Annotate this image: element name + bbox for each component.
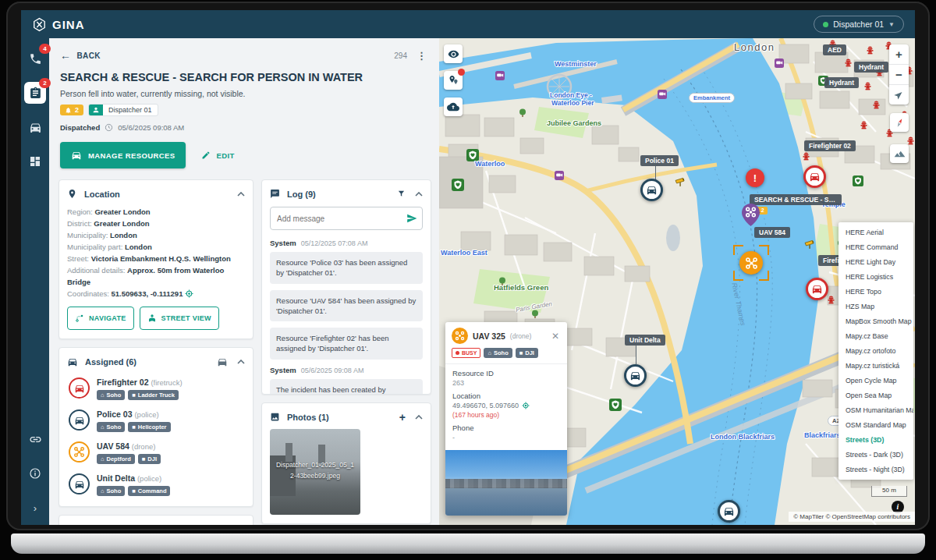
back-button[interactable]: ← BACK <box>60 49 101 62</box>
uav584-marker[interactable] <box>742 204 760 226</box>
compass-needle-icon <box>892 115 907 130</box>
incident-panel: ← BACK 294 ⋮ SEARCH & RESCUE - SEARCH FO… <box>49 38 439 525</box>
uav325-marker[interactable] <box>739 251 763 275</box>
layer-option[interactable]: HERE Logistics <box>838 270 913 285</box>
layer-option-selected[interactable]: Streets (3D) <box>838 433 913 448</box>
log-title: Log (9) <box>287 190 316 199</box>
map[interactable]: London Westminster Embankment London Eye… <box>439 38 915 525</box>
map-pill-police01[interactable]: Police 01 <box>640 155 679 166</box>
incident-description: Person fell into water, currently missin… <box>60 89 430 98</box>
layer-option[interactable]: HZS Map <box>838 299 913 314</box>
sidebar-item-dashboard[interactable] <box>24 151 46 172</box>
incident-marker[interactable]: ! <box>746 168 764 187</box>
map-label-park: Hatfields Green <box>494 283 548 292</box>
layer-option[interactable]: HERE Command <box>838 240 913 255</box>
top-bar: GINA Dispatcher 01 ▼ <box>21 10 915 38</box>
street-view-icon <box>147 314 157 323</box>
resource-row[interactable]: Police 03 (police) ⌂ Soho ■ Helicopter <box>69 409 243 432</box>
layer-option[interactable]: MapBox Smooth Map <box>838 314 913 329</box>
street-view-button[interactable]: STREET VIEW <box>140 307 219 330</box>
zoom-in-button[interactable]: + <box>889 44 909 65</box>
layer-option[interactable]: Mapy.cz Base <box>838 329 913 344</box>
layer-option[interactable]: OSM Standard Map <box>838 418 913 433</box>
collapse-icon[interactable] <box>415 192 423 197</box>
incident-map-pill[interactable]: SEARCH & RESCUE - SEARC... <box>750 194 842 205</box>
cloud-sync-icon <box>447 101 459 113</box>
sidebar-item-info[interactable] <box>24 463 46 484</box>
sidebar-item-calls[interactable]: 4 <box>24 48 46 69</box>
pencil-icon <box>201 151 211 160</box>
navigate-button[interactable]: NAVIGATE <box>67 307 134 330</box>
police-car-icon <box>629 370 641 381</box>
map-label-poi: London Eye - <box>550 91 592 99</box>
camera-marker-icon <box>658 90 667 99</box>
police01-marker[interactable] <box>640 179 663 201</box>
zoom-out-button[interactable]: − <box>889 65 909 85</box>
map-pill-firefighter02[interactable]: Firefighter 02 <box>804 140 856 151</box>
log-message: Resource 'Police 03' has been assigned b… <box>270 252 423 284</box>
resource-row[interactable]: Firefighter 02 (firetruck) ⌂ Soho ■ Ladd… <box>69 377 243 400</box>
layer-option[interactable]: Open Cycle Map <box>838 374 913 388</box>
sidebar-item-incidents[interactable]: 2 <box>24 82 46 104</box>
target-icon[interactable] <box>522 402 530 409</box>
compass-button[interactable] <box>890 113 909 132</box>
manage-resources-button[interactable]: MANAGE RESOURCES <box>60 142 186 168</box>
layer-option[interactable]: HERE Light Day <box>838 255 913 270</box>
unit-delta-marker[interactable] <box>624 364 647 387</box>
sidebar-item-resources[interactable] <box>24 116 46 138</box>
send-icon[interactable] <box>406 213 417 224</box>
busy-badge: BUSY <box>452 348 480 358</box>
layer-option[interactable]: Streets - Dark (3D) <box>838 448 913 463</box>
pin-icon <box>67 189 77 199</box>
bearing-reset-button[interactable] <box>889 85 909 105</box>
kebab-menu-icon[interactable]: ⋮ <box>413 50 430 62</box>
layer-option[interactable]: Streets - Night (3D) <box>838 463 913 477</box>
camera-marker-icon <box>495 71 505 80</box>
bell-icon <box>65 107 72 114</box>
layer-option[interactable]: OSM Humanitarian Map <box>838 403 913 418</box>
layer-option[interactable]: Mapy.cz turistická <box>838 359 913 374</box>
route-icon <box>75 314 84 323</box>
type-tag: ■ DJI <box>516 348 538 358</box>
aed-shield-icon <box>853 175 863 186</box>
collapse-icon[interactable] <box>237 360 245 364</box>
target-icon[interactable] <box>185 289 193 298</box>
popup-photo[interactable] <box>445 450 567 516</box>
police-marker[interactable] <box>718 500 740 523</box>
collapse-icon[interactable] <box>237 192 245 197</box>
layer-option[interactable]: HERE Aerial <box>838 225 913 240</box>
popup-coordinates: 49.496670, 5.097660 <box>452 402 560 409</box>
visibility-button[interactable] <box>444 44 463 63</box>
sidebar-item-links[interactable] <box>24 428 46 450</box>
filter-icon[interactable] <box>397 190 406 198</box>
vehicle-icon <box>67 356 78 367</box>
app-window: GINA Dispatcher 01 ▼ 4 2 <box>21 10 915 525</box>
user-menu-label: Dispatcher 01 <box>833 19 884 29</box>
map-pill-unit-delta[interactable]: Unit Delta <box>625 335 665 346</box>
manage-vehicles-icon[interactable] <box>217 356 228 367</box>
marker-stem <box>655 166 656 179</box>
collapse-icon[interactable] <box>415 415 423 420</box>
map-label-station: Waterloo East <box>441 249 488 257</box>
close-icon[interactable]: ✕ <box>550 331 561 342</box>
resource-row[interactable]: Unit Delta (police) ⌂ Soho ■ Command <box>69 473 243 496</box>
add-photo-button[interactable]: + <box>399 413 406 421</box>
brand: GINA <box>32 17 85 32</box>
photo-thumbnail[interactable]: Dispatcher_01-2025_05_12-43beeb99.jpeg <box>270 429 360 515</box>
user-menu[interactable]: Dispatcher 01 ▼ <box>814 16 904 33</box>
edit-button[interactable]: EDIT <box>201 151 234 160</box>
layer-option[interactable]: Open Sea Map <box>838 388 913 403</box>
layer-option[interactable]: HERE Topo <box>838 285 913 299</box>
layer-option[interactable]: Mapy.cz ortofoto <box>838 344 913 359</box>
terrain-button[interactable] <box>890 144 909 163</box>
sidebar-expand-button[interactable]: › <box>24 497 46 519</box>
poi-layers-button[interactable] <box>444 71 463 90</box>
map-pill-uav584[interactable]: UAV 584 <box>754 227 790 238</box>
phone-icon <box>29 52 42 66</box>
drone-icon <box>73 446 85 458</box>
sync-button[interactable] <box>444 97 463 116</box>
firefighter-marker[interactable] <box>806 278 828 300</box>
add-message-input[interactable] <box>270 207 423 230</box>
resource-row[interactable]: UAV 584 (drone) ⌂ Deptford ■ DJI <box>69 441 243 464</box>
firefighter-marker[interactable] <box>803 165 826 188</box>
